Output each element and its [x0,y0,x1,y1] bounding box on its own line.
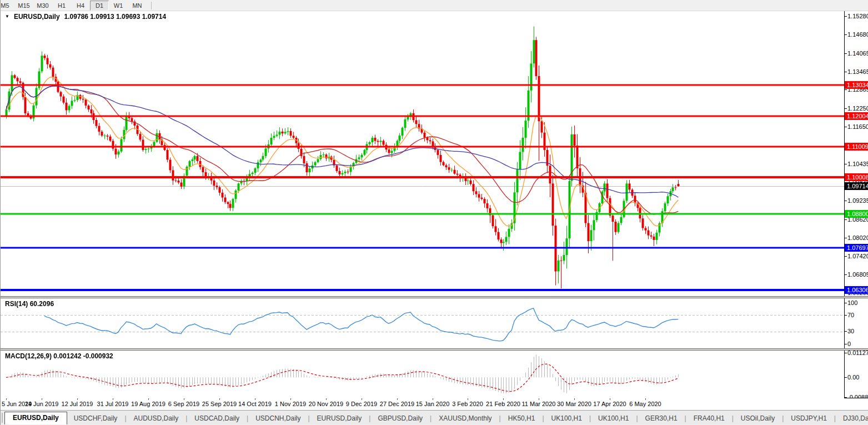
chart-tab-ger30-h1-11[interactable]: GER30,H1 [639,413,684,424]
price-level-label: 1.12004 [845,112,868,120]
price-level-label: 1.10008 [845,173,868,181]
time-axis-label: 6 Sep 2019 [168,401,199,407]
rsi-canvas[interactable] [1,298,844,348]
time-axis-label: 25 Sep 2019 [202,401,237,407]
time-axis-label: 27 Dec 2019 [380,401,414,407]
time-axis-tick [574,398,575,400]
price-axis-tick: 1.14065 [847,50,868,57]
main-chart-panel: ▼ EURUSD,Daily 1.09786 1.09913 1.09693 1… [1,11,868,296]
macd-axis-tick: 0.00 [847,374,859,381]
chart-tab-usdcad-daily-3[interactable]: USDCAD,Daily [188,413,246,424]
period-button-m30[interactable]: M30 [33,1,52,11]
time-axis-label: 11 Mar 2020 [522,401,556,407]
chart-menu-triangle-icon[interactable]: ▼ [5,14,9,19]
time-axis-tick [610,398,610,400]
price-axis[interactable]: 1.152801.146801.140651.134651.128651.122… [845,11,868,296]
chart-tab-xauusd-monthly-7[interactable]: XAUUSD,Monthly [432,413,498,424]
period-button-h4[interactable]: H4 [71,1,90,11]
chart-tab-uk100-h1-9[interactable]: UK100,H1 [545,413,589,424]
macd-plot[interactable]: MACD(12,26,9) 0.001242 -0.000932 [1,351,845,398]
chart-tab-dj30-daily-15[interactable]: DJ30,Daily [836,413,868,424]
tab-bar-grip[interactable] [2,413,3,423]
time-axis-tick [77,398,78,400]
macd-panel: MACD(12,26,9) 0.001242 -0.000932 0.01127… [1,351,868,398]
time-axis-tick [6,398,7,400]
rsi-axis-tick: 30 [847,328,854,335]
time-axis-label: 14 Oct 2019 [238,401,272,407]
period-button-mn[interactable]: MN [128,1,147,11]
time-axis-tick [290,398,291,400]
time-axis-label: 21 Feb 2020 [486,401,520,407]
price-level-label: 1.11009 [845,143,868,151]
time-axis-tick [468,398,468,400]
chart-tab-gbpusd-daily-6[interactable]: GBPUSD,Daily [371,413,429,424]
time-axis-tick [219,398,220,400]
rsi-axis[interactable]: 10070300 [845,298,868,348]
chart-tab-uk100-h1-10[interactable]: UK100,H1 [591,413,635,424]
current-price-label: 1.09714 [845,182,868,190]
chart-tab-fra40-h1-12[interactable]: FRA40,H1 [687,413,731,424]
price-level-label: 1.06306 [845,286,868,294]
time-axis-label: 15 Jan 2020 [416,401,450,407]
time-axis-label: 17 Apr 2020 [593,401,626,407]
time-axis-tick [362,398,362,400]
price-axis-tick: 1.10435 [847,161,868,168]
time-axis-tick [433,398,433,400]
price-axis-tick: 1.14680 [847,31,868,38]
chart-tab-usdjpy-h1-14[interactable]: USDJPY,H1 [784,413,833,424]
macd-canvas[interactable] [1,351,844,398]
time-axis-label: 3 Feb 2020 [452,401,483,407]
chart-tab-bar: EURUSD,DailyUSDCHF,Daily|AUDUSD,Daily|US… [1,410,868,424]
chart-symbol-label: EURUSD,Daily [14,13,60,21]
price-level-label: 1.08800 [845,210,868,218]
chart-tab-audusd-daily-2[interactable]: AUDUSD,Daily [127,413,185,424]
terminal-window: M5M15M30H1H4D1W1MN ▼ EURUSD,Daily 1.0978… [0,0,868,425]
time-axis-tick [397,398,398,400]
chart-tab-usoil-daily-13[interactable]: USOil,Daily [734,413,781,424]
chart-tabs: EURUSD,DailyUSDCHF,Daily|AUDUSD,Daily|US… [4,412,868,424]
period-button-m15[interactable]: M15 [14,1,33,11]
main-chart-plot[interactable]: ▼ EURUSD,Daily 1.09786 1.09913 1.09693 1… [1,11,845,296]
price-axis-tick: 1.15280 [847,13,868,20]
main-chart-canvas[interactable] [1,11,844,296]
macd-axis-tick: 0.011277 [847,349,868,357]
time-axis-label: 19 Aug 2019 [131,401,165,407]
price-axis-tick: 1.08020 [847,234,868,242]
time-axis-tick [503,398,504,400]
chart-tab-hk50-h1-8[interactable]: HK50,H1 [501,413,542,424]
rsi-panel: RSI(14) 60.2096 10070300 [1,298,868,348]
timeframe-toolbar: M5M15M30H1H4D1W1MN [1,0,868,11]
chart-tab-usdchf-daily-1[interactable]: USDCHF,Daily [67,413,124,424]
chart-tab-eurusd-daily-0[interactable]: EURUSD,Daily [4,412,67,424]
time-axis-tick [148,398,149,400]
macd-indicator-label: MACD(12,26,9) 0.001242 -0.000932 [5,352,113,360]
price-axis-tick: 1.06805 [847,271,868,278]
price-axis-tick: 1.12250 [847,105,868,112]
rsi-axis-tick: 0 [847,341,851,348]
rsi-axis-tick: 70 [847,312,854,319]
rsi-indicator-label: RSI(14) 60.2096 [5,300,54,308]
chart-tab-eurusd-daily-5[interactable]: EURUSD,Daily [310,413,369,424]
period-button-w1[interactable]: W1 [109,1,128,11]
timeframe-buttons: M5M15M30H1H4D1W1MN [1,1,147,11]
period-button-h1[interactable]: H1 [52,1,71,11]
time-axis-label: 9 Dec 2019 [346,401,377,407]
period-button-d1[interactable]: D1 [90,1,109,11]
time-axis-tick [539,398,539,400]
rsi-plot[interactable]: RSI(14) 60.2096 [1,298,845,348]
macd-axis[interactable]: 0.0112770.00-0.008845 [845,351,868,398]
time-axis[interactable]: 5 Jun 201924 Jun 201912 Jul 201931 Jul 2… [1,398,868,410]
period-button-m5[interactable]: M5 [1,1,14,11]
time-axis-tick [113,398,113,400]
time-axis-label: 1 Nov 2019 [275,401,306,407]
time-axis-tick [255,398,255,400]
chart-ohlc-values: 1.09786 1.09913 1.09693 1.09714 [64,13,167,21]
time-axis-label: 31 Jul 2019 [97,401,129,407]
time-axis-label: 12 Jul 2019 [62,401,93,407]
price-axis-tick: 1.13465 [847,68,868,76]
toolbar-separator [151,2,152,9]
rsi-axis-tick: 100 [847,299,857,307]
price-axis-tick: 1.11650 [847,123,868,131]
time-axis-tick [645,398,646,400]
chart-tab-usdcnh-daily-4[interactable]: USDCNH,Daily [249,413,307,424]
